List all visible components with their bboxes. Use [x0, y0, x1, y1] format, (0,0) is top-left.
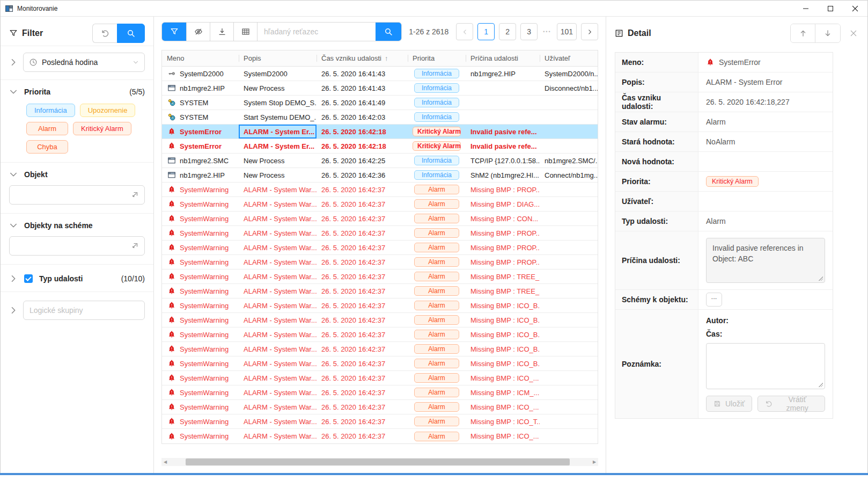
cell-uzivatel: [540, 298, 598, 312]
priority-badge: Alarm: [414, 402, 459, 412]
table-settings-button[interactable]: [234, 23, 258, 41]
cell-uzivatel: [540, 226, 598, 240]
save-note-button[interactable]: Uložiť: [706, 396, 752, 412]
column-header[interactable]: Čas vzniku udalosti↑: [317, 50, 408, 66]
resize-grip-icon[interactable]: [818, 382, 823, 387]
close-button[interactable]: [843, 1, 867, 17]
priority-tag[interactable]: Chyba: [26, 140, 68, 154]
objekt-input[interactable]: [9, 185, 145, 205]
table-row[interactable]: SYSTEMSystem Stop DEMO_S...26. 5. 2020 1…: [162, 96, 598, 110]
logicke-skupiny-chevron[interactable]: [9, 306, 18, 315]
resize-grip-icon[interactable]: [818, 276, 823, 281]
revert-note-button[interactable]: Vrátiť zmeny: [757, 396, 825, 412]
table-row[interactable]: SystemWarningALARM - System War...26. 5.…: [162, 284, 598, 298]
objekt-section-header[interactable]: Objekt: [1, 163, 153, 184]
filter-toggle-button[interactable]: [162, 23, 187, 41]
priority-tags: InformáciaUpozornenieAlarmKritický Alarm…: [1, 101, 153, 162]
priority-section-header[interactable]: Priorita (5/5): [1, 80, 153, 101]
table-row[interactable]: SystemWarningALARM - System War...26. 5.…: [162, 385, 598, 400]
table-row[interactable]: SystemWarningALARM - System War...26. 5.…: [162, 414, 598, 429]
column-header[interactable]: Popis: [239, 50, 317, 66]
pagination-next-button[interactable]: [581, 23, 598, 40]
maximize-button[interactable]: [818, 1, 843, 17]
minimize-button[interactable]: [793, 1, 818, 17]
table-row[interactable]: SystemWarningALARM - System War...26. 5.…: [162, 313, 598, 327]
bell-icon: [167, 229, 176, 237]
objekty-na-scheme-section-header[interactable]: Objekty na schéme: [1, 214, 153, 235]
table-row[interactable]: SystemWarningALARM - System War...26. 5.…: [162, 400, 598, 414]
column-header[interactable]: Užívateľ: [540, 50, 598, 66]
scrollbar-track[interactable]: [169, 458, 591, 466]
priority-tag[interactable]: Upozornenie: [80, 104, 136, 117]
table-row[interactable]: SystemWarningALARM - System War...26. 5.…: [162, 371, 598, 385]
table-row[interactable]: SystemWarningALARM - System War...26. 5.…: [162, 327, 598, 342]
typ-udalosti-checkbox[interactable]: [24, 274, 33, 283]
undo-icon: [101, 29, 109, 38]
cell-meno: nb1mgre2.HIP: [162, 81, 239, 95]
filter-apply-button[interactable]: [117, 24, 145, 43]
scroll-right-arrow-icon[interactable]: ▶: [591, 460, 598, 464]
pick-object-icon: [130, 242, 139, 250]
save-label: Uložiť: [725, 399, 745, 408]
time-filter-select[interactable]: Posledná hodina: [23, 53, 145, 72]
table-row[interactable]: SystemWarningALARM - System War...26. 5.…: [162, 429, 598, 443]
pagination-page-1[interactable]: 1: [477, 23, 495, 40]
table-row[interactable]: SystemWarningALARM - System War...26. 5.…: [162, 356, 598, 371]
scrollbar-thumb[interactable]: [186, 458, 569, 465]
table-row[interactable]: SystemErrorALARM - System Er...26. 5. 20…: [162, 139, 598, 154]
export-button[interactable]: [210, 23, 234, 41]
table-row[interactable]: SystemWarningALARM - System War...26. 5.…: [162, 255, 598, 270]
event-name: SystemWarning: [180, 200, 229, 208]
filter-icon: [9, 29, 18, 38]
filter-reset-button[interactable]: [92, 24, 117, 43]
field-value-popis: ALARM - System Error: [706, 78, 782, 86]
note-textarea[interactable]: [706, 343, 825, 389]
column-header[interactable]: Priorita: [408, 50, 466, 66]
cell-popis: ALARM - System Er...: [239, 139, 317, 153]
pagination-ellipsis[interactable]: •••: [542, 29, 552, 34]
revert-label: Vrátiť zmeny: [777, 395, 818, 412]
priority-tag[interactable]: Alarm: [26, 122, 68, 135]
cell-pricina: Missing BMP : ICM_...: [466, 385, 540, 399]
pricina-textarea[interactable]: Invalid pasive references in Object: ABC: [706, 238, 825, 283]
hide-columns-button[interactable]: [187, 23, 210, 41]
table-row[interactable]: SystemWarningALARM - System War...26. 5.…: [162, 241, 598, 255]
table-row[interactable]: SystemWarningALARM - System War...26. 5.…: [162, 298, 598, 313]
table-row[interactable]: SystemErrorALARM - System Er...26. 5. 20…: [162, 125, 598, 139]
table-row[interactable]: SystemD2000SystemD200026. 5. 2020 16:41:…: [162, 67, 598, 81]
typ-udalosti-section-header[interactable]: Typ udalosti (10/10): [1, 265, 153, 292]
table-row[interactable]: nb1mgre2.HIPNew Process26. 5. 2020 16:42…: [162, 168, 598, 183]
detail-close-button[interactable]: [849, 29, 858, 38]
time-section-chevron[interactable]: [9, 58, 18, 67]
next-event-button[interactable]: [815, 24, 840, 42]
table-row[interactable]: SystemWarningALARM - System War...26. 5.…: [162, 212, 598, 226]
horizontal-scrollbar[interactable]: ◀ ▶: [161, 458, 598, 466]
pagination-page-3[interactable]: 3: [520, 23, 538, 40]
table-row[interactable]: nb1mgre2.SMCNew Process26. 5. 2020 16:42…: [162, 154, 598, 168]
pagination-page-2[interactable]: 2: [499, 23, 516, 40]
column-header[interactable]: Príčina udalosti: [466, 50, 540, 66]
search-button[interactable]: [376, 23, 401, 41]
pagination-page-101[interactable]: 101: [557, 23, 577, 40]
pagination-prev-button[interactable]: [456, 23, 473, 40]
table-row[interactable]: SystemWarningALARM - System War...26. 5.…: [162, 270, 598, 284]
column-header[interactable]: Meno: [162, 50, 239, 66]
cell-uzivatel: nb1mgre2.SMC/...: [540, 154, 598, 167]
cell-cas: 26. 5. 2020 16:42:37: [317, 400, 408, 414]
table-row[interactable]: SystemWarningALARM - System War...26. 5.…: [162, 226, 598, 241]
priority-tag[interactable]: Kritický Alarm: [73, 122, 131, 135]
objekty-na-scheme-input[interactable]: [9, 236, 145, 256]
table-row[interactable]: SystemWarningALARM - System War...26. 5.…: [162, 197, 598, 212]
table-row[interactable]: nb1mgre2.HIPNew Process26. 5. 2020 16:41…: [162, 81, 598, 96]
table-row[interactable]: SYSTEMStart Systemu DEMO_...26. 5. 2020 …: [162, 110, 598, 125]
chevron-down-icon: [9, 170, 18, 179]
logicke-skupiny-input[interactable]: [23, 301, 145, 320]
search-input[interactable]: [258, 23, 376, 41]
table-row[interactable]: SystemWarningALARM - System War...26. 5.…: [162, 183, 598, 197]
schemes-button[interactable]: ...: [706, 293, 722, 307]
cell-uzivatel: [540, 125, 598, 139]
table-row[interactable]: SystemWarningALARM - System War...26. 5.…: [162, 342, 598, 356]
prev-event-button[interactable]: [791, 24, 815, 42]
priority-tag[interactable]: Informácia: [26, 104, 75, 117]
scroll-left-arrow-icon[interactable]: ◀: [161, 460, 169, 464]
